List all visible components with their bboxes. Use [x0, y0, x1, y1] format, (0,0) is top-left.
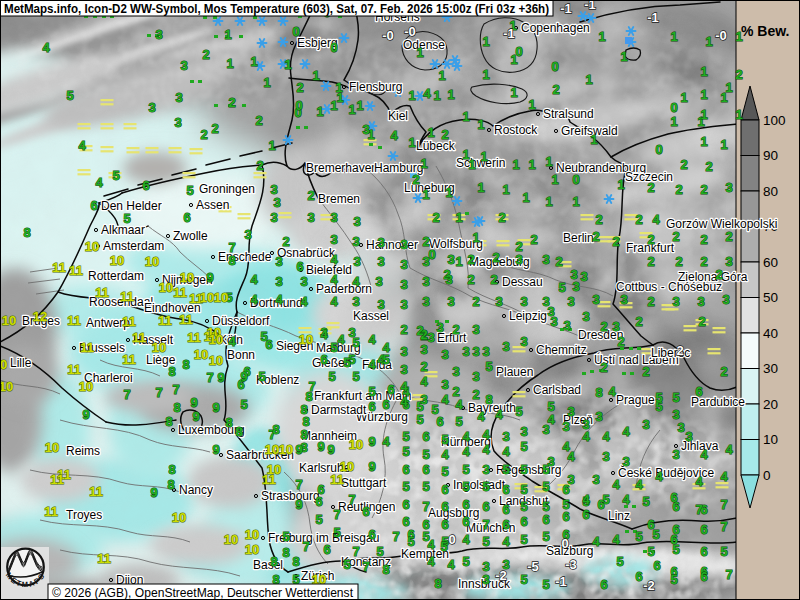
svg-text:10: 10: [159, 280, 173, 295]
svg-text:4: 4: [330, 252, 338, 267]
svg-text:5: 5: [422, 447, 429, 462]
svg-text:4: 4: [78, 138, 86, 153]
svg-text:Linz: Linz: [608, 509, 630, 523]
svg-text:8: 8: [228, 253, 235, 268]
svg-text:10: 10: [299, 332, 313, 347]
svg-text:3: 3: [352, 294, 359, 309]
svg-text:1: 1: [335, 80, 342, 95]
svg-text:9: 9: [295, 442, 302, 457]
svg-text:2: 2: [202, 47, 209, 62]
svg-text:100: 100: [763, 113, 786, 128]
svg-text:0: 0: [292, 24, 299, 39]
svg-text:3: 3: [244, 227, 251, 242]
svg-text:5: 5: [482, 479, 489, 494]
svg-text:6: 6: [402, 462, 409, 477]
svg-text:6: 6: [422, 429, 429, 444]
svg-text:7: 7: [206, 370, 213, 385]
svg-text:3: 3: [515, 252, 522, 267]
svg-text:6: 6: [582, 507, 589, 522]
svg-text:5: 5: [352, 369, 359, 384]
svg-text:4: 4: [455, 397, 463, 412]
svg-text:4: 4: [400, 394, 408, 409]
svg-text:5: 5: [422, 479, 429, 494]
svg-text:10: 10: [245, 527, 259, 542]
svg-text:3: 3: [602, 449, 609, 464]
svg-text:6: 6: [700, 544, 707, 559]
svg-text:4: 4: [482, 427, 490, 442]
svg-text:2: 2: [700, 232, 707, 247]
svg-text:1: 1: [316, 104, 323, 119]
svg-text:Paderborn: Paderborn: [316, 282, 372, 296]
svg-text:3: 3: [445, 272, 452, 287]
svg-text:1: 1: [617, 177, 624, 192]
svg-text:10: 10: [209, 332, 223, 347]
svg-text:6: 6: [402, 514, 409, 529]
svg-text:3: 3: [362, 122, 369, 137]
svg-text:8: 8: [167, 477, 174, 492]
svg-text:Leipzig: Leipzig: [509, 309, 547, 323]
svg-text:4: 4: [423, 86, 431, 101]
svg-text:1: 1: [438, 68, 445, 83]
svg-text:5: 5: [462, 462, 469, 477]
svg-text:6: 6: [653, 558, 660, 573]
svg-text:1: 1: [455, 254, 462, 269]
svg-text:3: 3: [482, 462, 489, 477]
svg-text:2: 2: [400, 322, 407, 337]
svg-text:3: 3: [685, 429, 692, 444]
svg-text:3: 3: [353, 214, 360, 229]
svg-text:2: 2: [647, 180, 654, 195]
svg-text:10: 10: [763, 432, 778, 447]
svg-text:5: 5: [455, 414, 462, 429]
svg-text:5: 5: [330, 340, 337, 355]
svg-text:6: 6: [502, 502, 509, 517]
svg-text:2: 2: [416, 323, 423, 338]
svg-text:3: 3: [580, 269, 587, 284]
svg-text:3: 3: [567, 472, 574, 487]
svg-text:Prague: Prague: [616, 393, 655, 407]
svg-text:5: 5: [482, 534, 489, 549]
svg-text:2: 2: [672, 229, 679, 244]
svg-text:4: 4: [42, 40, 50, 55]
svg-text:10: 10: [209, 353, 223, 368]
svg-text:7: 7: [482, 517, 489, 532]
svg-text:4: 4: [400, 379, 408, 394]
svg-text:1: 1: [250, 54, 257, 69]
svg-text:1: 1: [226, 56, 233, 71]
svg-text:11: 11: [173, 285, 187, 300]
svg-text:4: 4: [300, 294, 308, 309]
svg-text:9: 9: [217, 370, 224, 385]
svg-text:9: 9: [212, 442, 219, 457]
svg-text:10: 10: [349, 437, 363, 452]
svg-text:1: 1: [572, 194, 579, 209]
svg-text:2: 2: [472, 387, 479, 402]
svg-text:11: 11: [97, 551, 111, 566]
svg-text:6: 6: [441, 482, 448, 497]
svg-text:5: 5: [112, 168, 119, 183]
svg-text:3: 3: [725, 180, 732, 195]
svg-text:4: 4: [462, 444, 470, 459]
svg-text:3: 3: [563, 318, 570, 333]
svg-text:4: 4: [725, 442, 733, 457]
svg-text:10: 10: [245, 542, 259, 557]
svg-text:5: 5: [402, 444, 409, 459]
svg-text:3: 3: [174, 115, 181, 130]
svg-text:2: 2: [422, 234, 429, 249]
svg-text:5: 5: [407, 534, 414, 549]
svg-text:3: 3: [377, 297, 384, 312]
svg-text:10: 10: [152, 340, 166, 355]
svg-text:80: 80: [763, 184, 778, 199]
svg-text:5: 5: [520, 482, 527, 497]
svg-text:6: 6: [542, 512, 549, 527]
svg-text:5: 5: [376, 544, 383, 559]
svg-text:3: 3: [502, 339, 509, 354]
svg-text:10: 10: [194, 347, 208, 362]
svg-text:5: 5: [642, 494, 649, 509]
svg-text:3: 3: [175, 90, 182, 105]
svg-text:0: 0: [448, 532, 455, 547]
svg-text:4: 4: [592, 534, 600, 549]
svg-text:Stuttgart: Stuttgart: [341, 476, 387, 490]
svg-text:1: 1: [330, 98, 337, 113]
svg-text:6: 6: [695, 384, 702, 399]
svg-text:6: 6: [600, 577, 607, 592]
svg-text:1: 1: [268, 138, 275, 153]
